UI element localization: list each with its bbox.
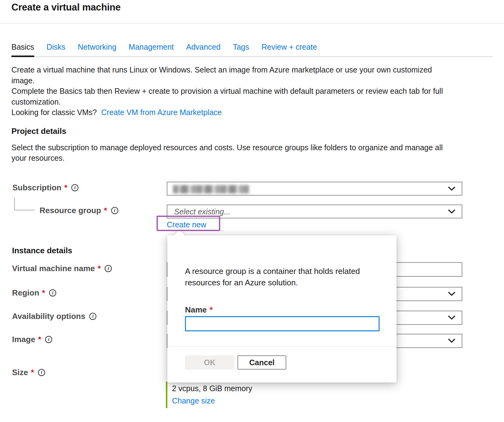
- size-selection-bar: [166, 382, 167, 408]
- info-icon[interactable]: i: [71, 184, 78, 191]
- info-icon[interactable]: i: [38, 369, 45, 376]
- tab-bar: Basics Disks Networking Management Advan…: [11, 43, 493, 57]
- dialog-description-line: resources for an Azure solution.: [185, 277, 360, 288]
- dialog-divider: [167, 346, 397, 346]
- chevron-down-icon: [448, 209, 456, 215]
- tab-advanced[interactable]: Advanced: [186, 43, 220, 57]
- availability-options-label: Availability options i: [12, 312, 96, 321]
- resource-group-label: Resource group * i: [40, 206, 118, 215]
- cancel-button[interactable]: Cancel: [237, 355, 286, 370]
- intro-line: Create a virtual machine that runs Linux…: [11, 64, 443, 75]
- size-label-text: Size: [12, 368, 28, 377]
- info-icon[interactable]: i: [45, 336, 52, 343]
- project-details-description: Select the subscription to manage deploy…: [11, 142, 443, 163]
- info-icon[interactable]: i: [49, 289, 56, 296]
- dialog-description: A resource group is a container that hol…: [185, 266, 360, 288]
- chevron-down-icon: [448, 292, 456, 297]
- ok-button[interactable]: OK: [185, 355, 234, 370]
- page-title: Create a virtual machine: [11, 2, 121, 13]
- region-label-text: Region: [12, 288, 39, 297]
- hierarchy-connector-horizontal: [14, 210, 35, 210]
- hierarchy-connector-vertical: [14, 197, 15, 210]
- info-icon[interactable]: i: [105, 265, 112, 272]
- required-asterisk: *: [31, 368, 34, 377]
- tab-basics[interactable]: Basics: [11, 43, 34, 57]
- intro-text: Create a virtual machine that runs Linux…: [11, 64, 443, 118]
- resource-group-name-input[interactable]: [185, 316, 380, 331]
- change-size-link[interactable]: Change size: [172, 396, 215, 405]
- image-label-text: Image: [12, 335, 35, 344]
- availability-options-label-text: Availability options: [12, 312, 85, 321]
- tab-disks[interactable]: Disks: [47, 43, 65, 57]
- subscription-label-text: Subscription: [12, 183, 61, 192]
- required-asterisk: *: [64, 183, 67, 192]
- info-icon[interactable]: i: [111, 207, 118, 214]
- dialog-name-label: Name *: [185, 305, 213, 315]
- create-resource-group-dialog: A resource group is a container that hol…: [167, 235, 397, 383]
- resource-group-placeholder: Select existing...: [174, 207, 230, 216]
- instance-details-heading: Instance details: [12, 246, 72, 255]
- subscription-label: Subscription * i: [12, 183, 78, 192]
- image-label: Image * i: [12, 335, 52, 344]
- required-asterisk: *: [210, 305, 213, 315]
- region-label: Region * i: [12, 288, 56, 297]
- classic-vm-prompt: Looking for classic VMs?: [11, 107, 97, 118]
- project-details-heading: Project details: [11, 126, 66, 136]
- create-vm-page: Create a virtual machine Basics Disks Ne…: [0, 0, 504, 422]
- chevron-down-icon: [448, 315, 456, 321]
- required-asterisk: *: [104, 206, 107, 215]
- required-asterisk: *: [42, 288, 45, 297]
- subscription-dropdown[interactable]: [167, 182, 462, 196]
- required-asterisk: *: [98, 264, 101, 273]
- chevron-down-icon: [448, 338, 456, 344]
- create-vm-marketplace-link[interactable]: Create VM from Azure Marketplace: [101, 107, 222, 118]
- project-desc-line: your resources.: [11, 153, 443, 163]
- tab-management[interactable]: Management: [129, 43, 174, 57]
- tab-networking[interactable]: Networking: [78, 43, 116, 57]
- intro-line: image.: [11, 75, 443, 86]
- project-desc-line: Select the subscription to manage deploy…: [11, 142, 443, 153]
- vm-name-label: Virtual machine name * i: [12, 264, 112, 273]
- required-asterisk: *: [38, 335, 41, 344]
- chevron-down-icon: [448, 186, 456, 192]
- dialog-description-line: A resource group is a container that hol…: [185, 266, 360, 277]
- size-label: Size * i: [12, 368, 45, 377]
- highlight-annotation-box: [157, 216, 220, 231]
- tab-review-create[interactable]: Review + create: [262, 43, 317, 57]
- header-divider: [0, 23, 504, 24]
- size-specs-text: 2 vcpus, 8 GiB memory: [172, 384, 252, 393]
- intro-line: customization.: [11, 97, 443, 107]
- tab-tags[interactable]: Tags: [233, 43, 249, 57]
- intro-line: Complete the Basics tab then Review + cr…: [11, 86, 443, 97]
- resource-group-label-text: Resource group: [40, 206, 101, 215]
- subscription-value-redacted: [173, 185, 249, 193]
- dialog-name-label-text: Name: [185, 305, 207, 315]
- vm-name-label-text: Virtual machine name: [12, 264, 95, 273]
- info-icon[interactable]: i: [89, 313, 96, 320]
